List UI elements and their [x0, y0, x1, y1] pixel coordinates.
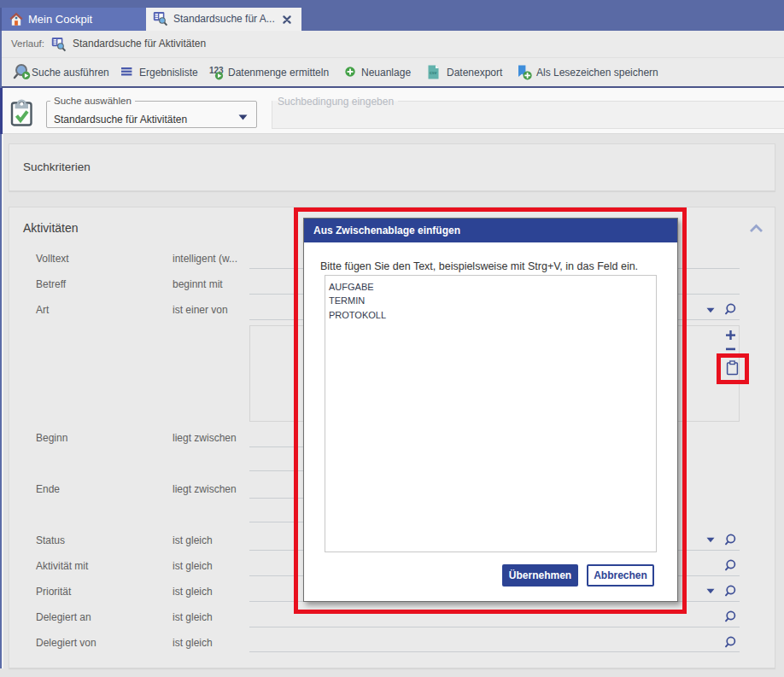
svg-text:csv: csv [430, 70, 437, 75]
